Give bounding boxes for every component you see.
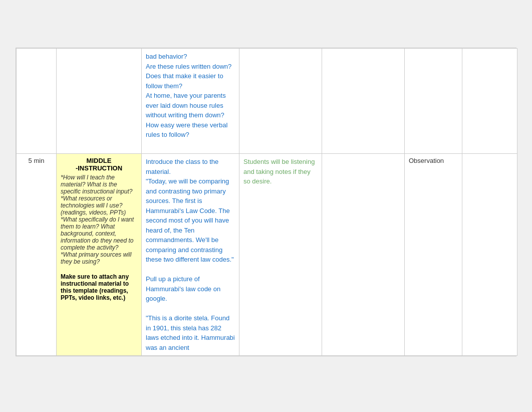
time-value: 5 min (29, 157, 45, 164)
top-strategy-cell (57, 49, 142, 154)
students-text: Students will be listening and taking no… (243, 157, 318, 186)
middle-content-text: Introduce the class to the material. "To… (146, 157, 235, 352)
top-content-cell: bad behavior? Are these rules written do… (142, 49, 239, 154)
middle-students-cell: Students will be listening and taking no… (239, 154, 322, 356)
pull-up-line: Pull up a picture of Hammurabi's law cod… (146, 275, 220, 302)
table-wrapper: bad behavior? Are these rules written do… (16, 48, 516, 356)
top-time-cell (17, 49, 57, 154)
top-students-cell (239, 49, 322, 154)
strategy-header: MIDDLE-INSTRUCTION (61, 157, 137, 172)
table-row: 5 min MIDDLE-INSTRUCTION *How will I tea… (17, 154, 517, 356)
page-container: bad behavior? Are these rules written do… (0, 0, 532, 412)
middle-content-cell: Introduce the class to the material. "To… (142, 154, 239, 356)
strategy-questions: *How will I teach the material? What is … (61, 174, 137, 265)
middle-time-cell: 5 min (17, 154, 57, 356)
strategy-note: Make sure to attach any instructional ma… (61, 273, 137, 301)
top-extra2-cell (462, 49, 517, 154)
middle-extra1-cell: Observation (405, 154, 462, 356)
today-quote: "Today, we will be comparing and contras… (146, 177, 234, 263)
lesson-table: bad behavior? Are these rules written do… (16, 48, 517, 356)
table-row: bad behavior? Are these rules written do… (17, 49, 517, 154)
top-assess-cell (322, 49, 405, 154)
stela-quote: "This is a diorite stela. Found in 1901,… (146, 314, 235, 351)
introduce-line: Introduce the class to the material. (146, 158, 218, 175)
top-content-text: bad behavior? Are these rules written do… (146, 52, 235, 140)
middle-assess-cell (322, 154, 405, 356)
observation-label: Observation (409, 157, 458, 164)
middle-extra2-cell (462, 154, 517, 356)
bad-behavior-text: bad behavior? Are these rules written do… (146, 53, 231, 138)
middle-strategy-cell: MIDDLE-INSTRUCTION *How will I teach the… (57, 154, 142, 356)
top-extra1-cell (405, 49, 462, 154)
